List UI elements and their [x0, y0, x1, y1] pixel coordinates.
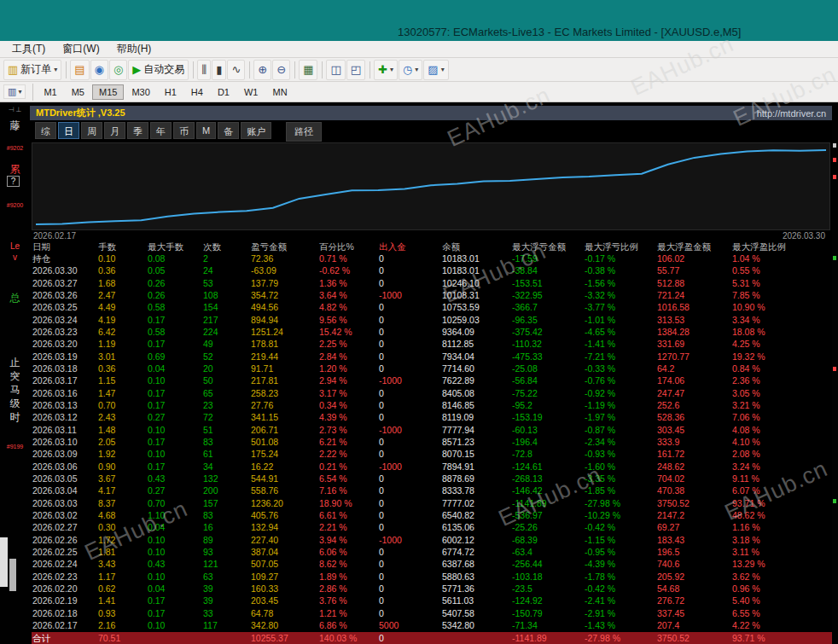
cell: 558.76 [250, 485, 318, 496]
table-row[interactable]: 2026.03.122.430.2772341.154.39 %08119.09… [32, 412, 832, 424]
panel-url-link[interactable]: http://mtdriver.cn [757, 108, 826, 119]
toolbar-separator [249, 61, 250, 78]
cell: 8070.15 [441, 449, 511, 460]
menu-help[interactable]: 帮助(H) [108, 40, 160, 58]
panel-tab-8[interactable]: M [196, 122, 216, 139]
new-chart-button[interactable]: ◫ [326, 60, 345, 80]
table-row[interactable]: 2026.03.038.370.701571236.2018.90 %07777… [32, 497, 832, 509]
charts-profile-button[interactable]: ▤ [70, 60, 89, 80]
bar-chart-button[interactable]: ⫼ [197, 60, 211, 80]
timeframe-m30[interactable]: M30 [125, 84, 156, 100]
table-row[interactable]: 2026.02.191.410.1739203.453.76 %05611.03… [32, 595, 832, 607]
table-row[interactable]: 2026.03.236.420.582241251.2415.42 %09364… [32, 326, 832, 338]
cell: 2026.02.20 [32, 583, 97, 595]
auto-trading-button[interactable]: ▶自动交易 [128, 60, 189, 80]
indicators-button[interactable]: ✚▾ [374, 60, 398, 80]
table-row[interactable]: 2026.02.200.620.0439160.332.86 %05771.36… [32, 583, 832, 595]
table-row[interactable]: 2026.02.172.160.10117342.806.86 %5000534… [32, 619, 832, 631]
panel-tab-4[interactable]: 月 [104, 122, 125, 139]
cell: 8119.09 [441, 412, 511, 423]
arrange-windows-button[interactable]: ◰ [346, 60, 365, 80]
cell: 1016.58 [656, 302, 731, 313]
menu-window[interactable]: 窗口(W) [54, 40, 108, 58]
panel-tab-2[interactable]: 日 [58, 122, 79, 139]
cell: 108 [202, 290, 250, 301]
candlestick-button[interactable]: ▮ [212, 60, 226, 80]
periods-button[interactable]: ◷▾ [399, 60, 422, 80]
right-strip-mark [833, 175, 836, 179]
cell: 64.2 [656, 363, 731, 374]
table-row[interactable]: 2026.03.180.360.042091.711.20 %07714.60-… [32, 363, 832, 374]
table-row[interactable]: 2026.02.270.300.0416132.942.21 %06135.06… [32, 522, 832, 534]
chart-templates-button[interactable]: ▥ ▾ [3, 84, 26, 99]
table-row[interactable]: 2026.03.161.470.1765258.233.17 %08405.08… [32, 387, 832, 399]
table-row[interactable]: 2026.03.300.360.0524-63.09-0.62 %010183.… [32, 265, 832, 277]
panel-tab-9[interactable]: 备 [218, 122, 239, 139]
table-row[interactable]: 2026.03.201.190.1749178.812.25 %08112.85… [32, 339, 832, 351]
table-row[interactable]: 2026.03.053.670.43132544.916.54 %08878.6… [32, 473, 832, 484]
table-row[interactable]: 2026.02.261.720.1089227.403.94 %-1000600… [32, 534, 832, 546]
cell: 137.79 [250, 278, 318, 289]
cell: 0 [378, 437, 441, 448]
table-row[interactable]: 2026.02.243.430.43121507.058.62 %06387.6… [32, 559, 832, 571]
table-row[interactable]: 2026.03.091.920.1061175.242.22 %08070.15… [32, 449, 832, 461]
path-button[interactable]: 路径 [286, 122, 322, 142]
cell: 160.33 [250, 583, 318, 595]
cell: 6.54 % [318, 473, 378, 484]
data-window-button[interactable]: ◎ [109, 60, 127, 80]
timeframe-m5[interactable]: M5 [65, 84, 91, 100]
cell: 3.18 % [731, 535, 832, 546]
table-row[interactable]: 2026.03.060.900.173416.220.21 %-10007894… [32, 461, 832, 473]
zoom-out-button[interactable]: ⊖ [272, 60, 290, 80]
column-header: 盈亏金额 [250, 241, 318, 252]
menu-tools[interactable]: 工具(T) [3, 40, 54, 58]
cell: 0.26 [147, 278, 202, 289]
left-strip-label: #9202 [0, 145, 30, 151]
zoom-in-button[interactable]: ⊕ [253, 60, 271, 80]
table-row[interactable]: 2026.03.271.680.2653137.791.36 %010246.1… [32, 277, 832, 289]
tile-windows-button[interactable]: ▦ [299, 60, 317, 80]
timeframe-w1[interactable]: W1 [237, 84, 265, 100]
timeframe-mn[interactable]: MN [265, 84, 294, 100]
panel-tab-7[interactable]: 币 [173, 122, 195, 139]
panel-tab-6[interactable]: 年 [150, 122, 172, 139]
table-row[interactable]: 2026.02.231.170.1063109.271.89 %05880.63… [32, 571, 832, 583]
table-row[interactable]: 2026.03.111.480.1051206.712.73 %-1000777… [32, 424, 832, 436]
timeframe-m1[interactable]: M1 [37, 84, 63, 100]
cell: 3.34 % [731, 315, 832, 326]
timeframe-h1[interactable]: H1 [158, 84, 183, 100]
table-row[interactable]: 2026.03.130.700.172327.760.34 %08146.85-… [32, 399, 832, 411]
new-order-button[interactable]: ▥新订单▾ [3, 60, 61, 80]
timeframe-m15[interactable]: M15 [92, 84, 124, 100]
cell: 93 [202, 547, 250, 558]
templates-button[interactable]: ▨▾ [423, 60, 448, 80]
table-row[interactable]: 2026.03.171.150.1050217.812.94 %-1000762… [32, 375, 832, 387]
panel-tab-1[interactable]: 综 [35, 122, 56, 139]
table-row[interactable]: 2026.03.044.170.27200558.767.16 %08333.7… [32, 485, 832, 497]
cell: 4.82 % [318, 302, 378, 313]
panel-tab-5[interactable]: 季 [127, 122, 148, 139]
cell: 5.40 % [731, 595, 832, 606]
table-row[interactable]: 2026.03.254.490.58154494.564.82 %010753.… [32, 302, 832, 314]
cell: 3750.52 [656, 633, 731, 644]
timeframe-d1[interactable]: D1 [211, 84, 236, 100]
cell: 7.16 % [318, 485, 378, 496]
table-row[interactable]: 2026.03.193.010.6952219.442.84 %07934.04… [32, 351, 832, 363]
cell: 13.29 % [731, 559, 832, 570]
table-row[interactable]: 2026.02.251.810.1093387.046.06 %06774.72… [32, 546, 832, 558]
cell: 1.21 % [318, 608, 378, 619]
table-row[interactable]: 2026.03.024.681.1083405.766.61 %06540.82… [32, 509, 832, 521]
cell: 2026.03.27 [32, 278, 97, 289]
line-chart-button[interactable]: ∿ [227, 60, 245, 80]
table-row[interactable]: 2026.02.180.930.173364.781.21 %05407.58-… [32, 607, 832, 619]
table-row[interactable]: 2026.03.244.190.17217894.949.56 %010259.… [32, 314, 832, 326]
timeframe-h4[interactable]: H4 [184, 84, 210, 100]
panel-tab-10[interactable]: 账户 [241, 122, 271, 139]
table-row[interactable]: 2026.03.102.050.1783501.086.21 %08571.23… [32, 436, 832, 448]
market-watch-button[interactable]: ◉ [90, 60, 108, 80]
table-row[interactable]: 2026.03.262.470.26108354.723.64 %-100010… [32, 289, 832, 301]
cell: -103.18 [511, 571, 584, 583]
panel-tab-3[interactable]: 周 [81, 122, 102, 139]
table-row[interactable]: 持仓0.100.08272.360.71 %010183.01-17.59-0.… [32, 252, 832, 264]
chart-end-date-label: 2026.03.30 [783, 231, 825, 241]
